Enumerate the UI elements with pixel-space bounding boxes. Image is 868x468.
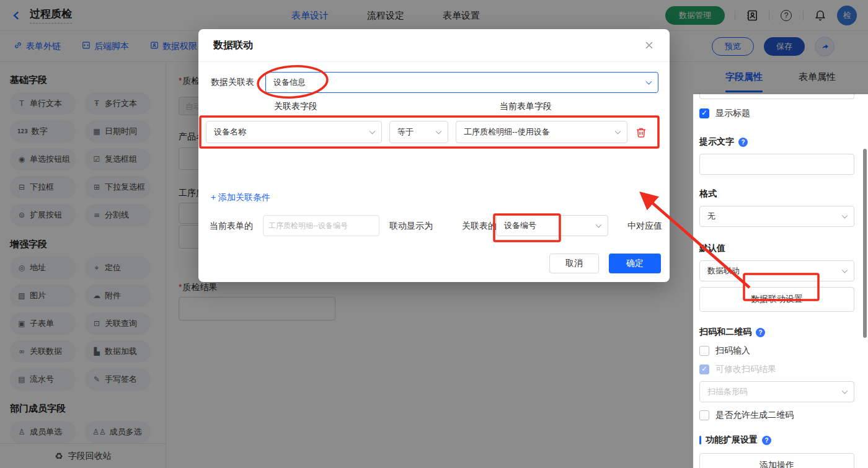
chevron-down-icon (842, 388, 848, 394)
default-value-select[interactable]: 数据联动 (699, 260, 854, 281)
scan-input-checkbox[interactable] (699, 346, 709, 356)
scan-input-row: 扫码输入 (699, 345, 854, 356)
close-icon[interactable] (644, 40, 655, 51)
qr-allow-row: 是否允许生成二维码 (699, 410, 854, 421)
chevron-down-icon (615, 128, 621, 135)
data-linkage-settings-button[interactable]: 数据联动设置 (699, 287, 854, 312)
scan-section-label: 扫码和二维码 (699, 327, 854, 338)
cancel-button[interactable]: 取消 (549, 254, 599, 273)
show-title-row: 显示标题 (699, 108, 854, 119)
data-linkage-modal: 数据联动 数据关联表 设备信息 关联表字段 当前表单字段 设备名称 等于 工序质… (198, 29, 670, 282)
format-label: 格式 (699, 188, 854, 200)
chevron-down-icon (436, 128, 442, 135)
suffix-label: 中对应值 (627, 215, 662, 236)
trash-icon[interactable] (635, 126, 647, 139)
scan-type-select: 扫描条形码 (699, 381, 854, 402)
chevron-down-icon (842, 213, 848, 219)
qr-allow-checkbox[interactable] (699, 410, 709, 420)
link-table-select[interactable]: 设备信息 (265, 72, 658, 93)
chevron-down-icon (596, 222, 602, 228)
confirm-button[interactable]: 确定 (609, 254, 661, 273)
linkage-display-row: 当前表单的 联动显示为 关联表的 设备编号 中对应值 (198, 215, 670, 236)
related-table-label: 关联表的 (462, 215, 497, 236)
hint-label: 提示文字 (699, 136, 854, 148)
property-panel: 字段属性 表单属性 显示标题 提示文字 格式 无 默认值 数据联动 (693, 62, 868, 468)
scan-editable-checkbox (699, 364, 709, 374)
ext-settings-label: 功能扩展设置 (699, 435, 854, 446)
help-icon[interactable] (756, 328, 765, 337)
format-select[interactable]: 无 (699, 206, 854, 227)
scan-editable-row: 可修改扫码结果 (699, 364, 854, 375)
add-condition-link[interactable]: + 添加关联条件 (211, 192, 270, 203)
panel-scrollbar[interactable] (863, 149, 867, 338)
show-title-checkbox[interactable] (699, 108, 709, 118)
display-as-label: 联动显示为 (389, 215, 433, 236)
link-table-row: 数据关联表 设备信息 (211, 72, 658, 93)
condition-target-select[interactable]: 工序质检明细--使用设备 (456, 121, 627, 143)
current-form-field-input (263, 215, 379, 236)
add-action-button[interactable]: 添加操作 (699, 453, 854, 468)
link-table-label: 数据关联表 (211, 77, 265, 88)
col-header-current-field: 当前表单字段 (500, 101, 552, 112)
col-header-related-field: 关联表字段 (274, 101, 317, 112)
current-form-label: 当前表单的 (210, 215, 253, 236)
hint-text-input[interactable] (699, 154, 854, 175)
chevron-down-icon (842, 267, 848, 273)
chevron-down-icon (646, 79, 652, 85)
modal-title: 数据联动 (213, 39, 253, 52)
condition-field-select[interactable]: 设备名称 (206, 121, 382, 143)
condition-operator-select[interactable]: 等于 (389, 121, 448, 143)
default-value-label: 默认值 (699, 243, 854, 254)
related-field-select[interactable]: 设备编号 (496, 215, 608, 236)
help-icon[interactable] (762, 436, 771, 445)
app-root: 过程质检 表单设计 流程设定 表单设置 数据管理 (0, 0, 868, 468)
chevron-down-icon (370, 128, 376, 135)
help-icon[interactable] (738, 138, 748, 147)
